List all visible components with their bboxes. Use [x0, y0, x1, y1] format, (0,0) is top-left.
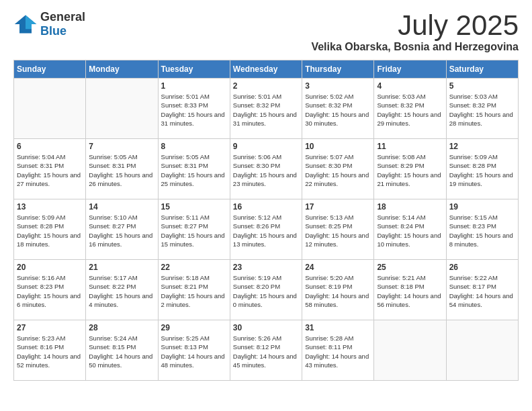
- day-info: Sunrise: 5:24 AMSunset: 8:15 PMDaylight:…: [89, 334, 154, 369]
- day-number: 1: [161, 81, 227, 91]
- day-info: Sunrise: 5:04 AMSunset: 8:31 PMDaylight:…: [17, 152, 83, 188]
- calendar-cell: 8Sunrise: 5:05 AMSunset: 8:31 PMDaylight…: [158, 139, 230, 199]
- header-row: SundayMondayTuesdayWednesdayThursdayFrid…: [14, 60, 519, 79]
- day-info: Sunrise: 5:25 AMSunset: 8:13 PMDaylight:…: [161, 334, 227, 369]
- header-day-monday: Monday: [86, 60, 158, 79]
- day-number: 3: [305, 81, 371, 91]
- day-info: Sunrise: 5:01 AMSunset: 8:32 PMDaylight:…: [233, 92, 299, 128]
- title-block: July 2025 Velika Obarska, Bosnia and Her…: [311, 10, 519, 53]
- day-info: Sunrise: 5:05 AMSunset: 8:31 PMDaylight:…: [89, 152, 154, 188]
- day-info: Sunrise: 5:10 AMSunset: 8:27 PMDaylight:…: [89, 213, 154, 248]
- calendar-cell: 20Sunrise: 5:16 AMSunset: 8:23 PMDayligh…: [14, 260, 86, 320]
- logo-general: General: [40, 10, 85, 24]
- day-info: Sunrise: 5:05 AMSunset: 8:31 PMDaylight:…: [161, 152, 227, 188]
- page-header: General Blue July 2025 Velika Obarska, B…: [13, 10, 519, 53]
- day-info: Sunrise: 5:15 AMSunset: 8:23 PMDaylight:…: [449, 213, 515, 248]
- day-info: Sunrise: 5:13 AMSunset: 8:25 PMDaylight:…: [305, 213, 371, 248]
- week-row-2: 6Sunrise: 5:04 AMSunset: 8:31 PMDaylight…: [14, 139, 519, 199]
- day-number: 4: [377, 81, 443, 91]
- header-day-sunday: Sunday: [14, 60, 86, 79]
- day-info: Sunrise: 5:18 AMSunset: 8:21 PMDaylight:…: [161, 273, 227, 309]
- day-number: 11: [377, 142, 443, 151]
- header-day-thursday: Thursday: [302, 60, 374, 79]
- calendar-cell: 15Sunrise: 5:11 AMSunset: 8:27 PMDayligh…: [158, 199, 230, 260]
- day-number: 8: [161, 142, 227, 151]
- calendar-cell: 7Sunrise: 5:05 AMSunset: 8:31 PMDaylight…: [86, 139, 158, 199]
- calendar-cell: 21Sunrise: 5:17 AMSunset: 8:22 PMDayligh…: [86, 260, 158, 320]
- week-row-3: 13Sunrise: 5:09 AMSunset: 8:28 PMDayligh…: [14, 199, 519, 260]
- header-day-saturday: Saturday: [446, 60, 518, 79]
- header-day-wednesday: Wednesday: [230, 60, 302, 79]
- day-info: Sunrise: 5:12 AMSunset: 8:26 PMDaylight:…: [233, 213, 299, 248]
- logo-icon: [13, 12, 38, 36]
- calendar-cell: [446, 320, 518, 381]
- location-title: Velika Obarska, Bosnia and Herzegovina: [311, 41, 519, 53]
- calendar-cell: 27Sunrise: 5:23 AMSunset: 8:16 PMDayligh…: [14, 320, 86, 381]
- day-number: 15: [161, 202, 227, 212]
- day-number: 29: [161, 323, 227, 332]
- calendar-cell: 3Sunrise: 5:02 AMSunset: 8:32 PMDaylight…: [302, 79, 374, 139]
- calendar-cell: 25Sunrise: 5:21 AMSunset: 8:18 PMDayligh…: [374, 260, 446, 320]
- day-number: 30: [233, 323, 299, 332]
- calendar-cell: 9Sunrise: 5:06 AMSunset: 8:30 PMDaylight…: [230, 139, 302, 199]
- day-number: 13: [17, 202, 83, 212]
- logo-text: General Blue: [40, 10, 85, 38]
- week-row-1: 1Sunrise: 5:01 AMSunset: 8:33 PMDaylight…: [14, 79, 519, 139]
- day-info: Sunrise: 5:07 AMSunset: 8:30 PMDaylight:…: [305, 152, 371, 188]
- calendar-cell: 16Sunrise: 5:12 AMSunset: 8:26 PMDayligh…: [230, 199, 302, 260]
- day-number: 16: [233, 202, 299, 212]
- calendar-cell: 18Sunrise: 5:14 AMSunset: 8:24 PMDayligh…: [374, 199, 446, 260]
- calendar-cell: 13Sunrise: 5:09 AMSunset: 8:28 PMDayligh…: [14, 199, 86, 260]
- day-info: Sunrise: 5:03 AMSunset: 8:32 PMDaylight:…: [449, 92, 515, 128]
- day-info: Sunrise: 5:06 AMSunset: 8:30 PMDaylight:…: [233, 152, 299, 188]
- calendar-cell: 28Sunrise: 5:24 AMSunset: 8:15 PMDayligh…: [86, 320, 158, 381]
- day-info: Sunrise: 5:26 AMSunset: 8:12 PMDaylight:…: [233, 334, 299, 369]
- day-number: 27: [17, 323, 83, 332]
- header-day-tuesday: Tuesday: [158, 60, 230, 79]
- month-title: July 2025: [311, 10, 519, 41]
- day-number: 10: [305, 142, 371, 151]
- day-info: Sunrise: 5:17 AMSunset: 8:22 PMDaylight:…: [89, 273, 154, 309]
- calendar-cell: 5Sunrise: 5:03 AMSunset: 8:32 PMDaylight…: [446, 79, 518, 139]
- day-number: 5: [449, 81, 515, 91]
- calendar-cell: 14Sunrise: 5:10 AMSunset: 8:27 PMDayligh…: [86, 199, 158, 260]
- day-info: Sunrise: 5:23 AMSunset: 8:16 PMDaylight:…: [17, 334, 83, 369]
- day-number: 26: [449, 263, 515, 272]
- day-info: Sunrise: 5:28 AMSunset: 8:11 PMDaylight:…: [305, 334, 371, 369]
- day-info: Sunrise: 5:21 AMSunset: 8:18 PMDaylight:…: [377, 273, 443, 309]
- day-number: 22: [161, 263, 227, 272]
- day-info: Sunrise: 5:09 AMSunset: 8:28 PMDaylight:…: [449, 152, 515, 188]
- day-info: Sunrise: 5:02 AMSunset: 8:32 PMDaylight:…: [305, 92, 371, 128]
- week-row-5: 27Sunrise: 5:23 AMSunset: 8:16 PMDayligh…: [14, 320, 519, 381]
- calendar-cell: 17Sunrise: 5:13 AMSunset: 8:25 PMDayligh…: [302, 199, 374, 260]
- day-info: Sunrise: 5:14 AMSunset: 8:24 PMDaylight:…: [377, 213, 443, 248]
- day-info: Sunrise: 5:20 AMSunset: 8:19 PMDaylight:…: [305, 273, 371, 309]
- day-info: Sunrise: 5:16 AMSunset: 8:23 PMDaylight:…: [17, 273, 83, 309]
- calendar-cell: 30Sunrise: 5:26 AMSunset: 8:12 PMDayligh…: [230, 320, 302, 381]
- day-number: 17: [305, 202, 371, 212]
- day-info: Sunrise: 5:19 AMSunset: 8:20 PMDaylight:…: [233, 273, 299, 309]
- calendar-cell: 11Sunrise: 5:08 AMSunset: 8:29 PMDayligh…: [374, 139, 446, 199]
- day-number: 20: [17, 263, 83, 272]
- day-number: 24: [305, 263, 371, 272]
- calendar-cell: 2Sunrise: 5:01 AMSunset: 8:32 PMDaylight…: [230, 79, 302, 139]
- calendar-cell: 19Sunrise: 5:15 AMSunset: 8:23 PMDayligh…: [446, 199, 518, 260]
- calendar-cell: 23Sunrise: 5:19 AMSunset: 8:20 PMDayligh…: [230, 260, 302, 320]
- day-number: 9: [233, 142, 299, 151]
- day-info: Sunrise: 5:11 AMSunset: 8:27 PMDaylight:…: [161, 213, 227, 248]
- day-number: 25: [377, 263, 443, 272]
- day-number: 18: [377, 202, 443, 212]
- calendar-cell: 24Sunrise: 5:20 AMSunset: 8:19 PMDayligh…: [302, 260, 374, 320]
- calendar-cell: 22Sunrise: 5:18 AMSunset: 8:21 PMDayligh…: [158, 260, 230, 320]
- logo-blue: Blue: [40, 24, 66, 38]
- day-info: Sunrise: 5:08 AMSunset: 8:29 PMDaylight:…: [377, 152, 443, 188]
- day-number: 19: [449, 202, 515, 212]
- calendar-cell: [86, 79, 158, 139]
- calendar-cell: 12Sunrise: 5:09 AMSunset: 8:28 PMDayligh…: [446, 139, 518, 199]
- calendar-table: SundayMondayTuesdayWednesdayThursdayFrid…: [13, 60, 519, 381]
- day-number: 12: [449, 142, 515, 151]
- day-info: Sunrise: 5:22 AMSunset: 8:17 PMDaylight:…: [449, 273, 515, 309]
- calendar-cell: 29Sunrise: 5:25 AMSunset: 8:13 PMDayligh…: [158, 320, 230, 381]
- calendar-cell: 26Sunrise: 5:22 AMSunset: 8:17 PMDayligh…: [446, 260, 518, 320]
- day-number: 28: [89, 323, 154, 332]
